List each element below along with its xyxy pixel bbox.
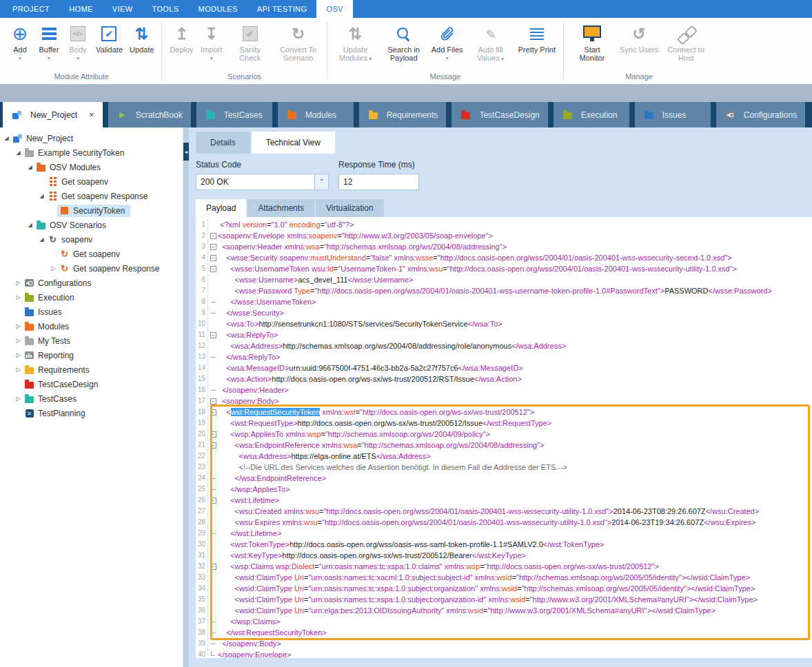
chevron-down-icon[interactable]: ˇ — [314, 174, 328, 189]
tree-item-soapenv[interactable]: ◢↻soapenv — [0, 232, 183, 247]
expander-icon[interactable]: ▷ — [14, 338, 22, 344]
tree-item-reporting[interactable]: ▷Reporting — [0, 348, 183, 362]
code-line[interactable]: 7 <wsse:Password Type="http://docs.oasis… — [196, 285, 812, 296]
fold-toggle-icon[interactable]: - — [210, 244, 216, 250]
tree-item-testplanning[interactable]: ≡TestPlanning — [0, 406, 183, 420]
menu-tab-modules[interactable]: MODULES — [189, 0, 247, 18]
code-line[interactable]: 28 <wsu:Expires xmlns:wsu="http://docs.o… — [196, 517, 812, 528]
code-line[interactable]: 14 <wsa:MessageID>urn:uuid:9667500f-4751… — [196, 362, 812, 373]
code-line[interactable]: 5- <wsse:UsernameToken wsu:Id="UsernameT… — [196, 263, 812, 274]
tree-item-testcases[interactable]: ▷TestCases — [0, 391, 183, 406]
fold-toggle-icon[interactable]: - — [210, 233, 216, 239]
code-line[interactable]: 31 <wst:KeyType>http://docs.oasis-open.o… — [196, 550, 812, 561]
tree-item-testcasedesign[interactable]: TestCaseDesign — [0, 377, 183, 391]
code-line[interactable]: 36 <wsid:ClaimType Uri="urn:elga:bes:201… — [196, 605, 812, 616]
code-line[interactable]: 9 </wsse:Security> — [196, 307, 812, 318]
expander-icon[interactable]: ▷ — [14, 294, 22, 300]
tree-item-execution[interactable]: ▷Execution — [0, 290, 183, 305]
buffer-button[interactable]: Buffer▾ — [34, 21, 63, 63]
document-tab-testcasedesign[interactable]: TestCaseDesign — [451, 102, 547, 127]
code-line[interactable]: 38 </wst:RequestSecurityToken> — [196, 627, 812, 638]
expander-icon[interactable]: ◢ — [14, 150, 22, 156]
tree-item-my-tests[interactable]: ▷My Tests — [0, 334, 183, 348]
expander-icon[interactable]: ◢ — [38, 193, 45, 199]
document-tab-configurations[interactable]: Configurations — [716, 102, 805, 127]
fold-toggle-icon[interactable]: - — [210, 442, 216, 449]
code-line[interactable]: 11- <wsa:ReplyTo> — [196, 329, 812, 340]
import-button[interactable]: ↧Import▾ — [197, 21, 226, 63]
code-line[interactable]: 17- <soapenv:Body> — [196, 396, 812, 407]
tab-details[interactable]: Details — [196, 132, 250, 154]
tree-item-issues[interactable]: Issues — [0, 305, 183, 319]
code-line[interactable]: 3- <soapenv:Header xmlns:wsa="http://sch… — [196, 241, 812, 252]
expander-icon[interactable]: ◢ — [3, 135, 10, 141]
code-line[interactable]: 8 </wsse:UsernameToken> — [196, 296, 812, 307]
deploy-button[interactable]: ↥Deploy — [166, 21, 196, 55]
validate-button[interactable]: ✔Validate — [92, 21, 126, 55]
payload-code-editor[interactable]: 1 <?xml version="1.0" encoding="utf-8"?>… — [196, 217, 812, 658]
expander-icon[interactable]: ◢ — [38, 236, 45, 243]
code-line[interactable]: 37 </wsp:Claims> — [196, 616, 812, 627]
sanity-check-button[interactable]: ✔Sanity Check — [226, 21, 274, 63]
tree-item-get-soapenv[interactable]: Get soapenv — [0, 174, 183, 189]
code-line[interactable]: 22 <wsa:Address>https://elga-online.at/E… — [196, 451, 812, 462]
fold-toggle-icon[interactable]: - — [210, 266, 216, 272]
document-tab-issues[interactable]: Issues — [635, 102, 711, 127]
code-line[interactable]: 27 <wsu:Created xmlns:wsu="http://docs.o… — [196, 506, 812, 517]
code-line[interactable]: 29 </wst:Lifetime> — [196, 528, 812, 539]
expander-icon[interactable]: ▷ — [14, 352, 22, 358]
code-line[interactable]: 35 <wsid:ClaimType Uri="urn:oasis:names:… — [196, 594, 812, 605]
tree-item-modules[interactable]: ▷Modules — [0, 319, 183, 334]
code-line[interactable]: 12 <wsa:Address>http://schemas.xmlsoap.o… — [196, 340, 812, 351]
fold-toggle-icon[interactable]: - — [210, 255, 216, 261]
body-button[interactable]: </>Body▾ — [63, 21, 92, 63]
update-button[interactable]: ⇅Update — [126, 21, 157, 55]
code-line[interactable]: 21- <wsa:EndpointReference xmlns:wsa="ht… — [196, 440, 812, 451]
document-tab-testcases[interactable]: TestCases — [196, 102, 272, 127]
tree-item-new-project[interactable]: ◢New_Project — [0, 131, 183, 145]
tree-item-configurations[interactable]: ▷Configurations — [0, 276, 183, 290]
code-line[interactable]: 19 <wst:RequestType>http://docs.oasis-op… — [196, 418, 812, 429]
tree-item-get-soapenv-response[interactable]: ▷↻Get soapenv Response — [0, 261, 183, 276]
tree-item-osv-scenarios[interactable]: ◢OSV Scenarios — [0, 218, 183, 232]
code-line[interactable]: 2-<soapenv:Envelope xmlns:soapenv="http:… — [196, 230, 812, 241]
code-line[interactable]: 23 <!--Die URL des Services welches die … — [196, 462, 812, 473]
tree-item-securitytoken[interactable]: SecurityToken — [0, 203, 183, 218]
tree-item-example-securitytoken[interactable]: ◢Example SecurityToken — [0, 145, 183, 160]
code-line[interactable]: 33 <wsid:ClaimType Uri="urn:oasis:names:… — [196, 572, 812, 583]
add-files-button[interactable]: Add Files▾ — [428, 21, 467, 63]
code-line[interactable]: 34 <wsid:ClaimType Uri="urn:oasis:names:… — [196, 583, 812, 594]
menu-tab-api-testing[interactable]: API TESTING — [247, 0, 317, 18]
tab-attachments[interactable]: Attachments — [247, 199, 314, 217]
fold-toggle-icon[interactable]: - — [210, 564, 216, 570]
code-line[interactable]: 25 </wsp:AppliesTo> — [196, 484, 812, 495]
document-tab-scratchbook[interactable]: ▶ScratchBook — [108, 102, 191, 127]
fold-toggle-icon[interactable]: - — [210, 332, 216, 338]
tab-virtualization[interactable]: Virtualization — [316, 199, 383, 217]
expander-icon[interactable]: ▷ — [14, 280, 22, 286]
code-line[interactable]: 40</soapenv:Envelope> — [196, 649, 812, 658]
menu-tab-view[interactable]: VIEW — [103, 0, 143, 18]
code-line[interactable]: 26- <wst:Lifetime> — [196, 495, 812, 506]
auto-fill-values-button[interactable]: ✐Auto fill Values ▾ — [467, 21, 515, 65]
update-modules-button[interactable]: ⇅Update Modules ▾ — [332, 21, 380, 65]
add-button[interactable]: ⊕Add▾ — [6, 21, 34, 63]
response-time-input[interactable] — [338, 174, 419, 190]
expander-icon[interactable]: ▷ — [14, 396, 22, 402]
fold-toggle-icon[interactable]: - — [210, 398, 216, 404]
tree-item-get-soapenv[interactable]: ↻Get soapenv — [0, 247, 183, 261]
convert-to-scenario-button[interactable]: ↻Convert To Scenario — [274, 21, 323, 63]
tree-item-osv-modules[interactable]: ◢OSV Modules — [0, 160, 183, 174]
code-line[interactable]: 24 </wsa:EndpointReference> — [196, 473, 812, 484]
fold-toggle-icon[interactable]: - — [210, 409, 216, 415]
code-line[interactable]: 1 <?xml version="1.0" encoding="utf-8"?> — [196, 219, 812, 230]
panel-splitter[interactable]: ◄ — [183, 127, 189, 667]
start-monitor-button[interactable]: Start Monitor — [568, 21, 616, 63]
menu-tab-project[interactable]: PROJECT — [3, 0, 59, 18]
expander-icon[interactable]: ◢ — [26, 222, 34, 228]
code-line[interactable]: 30 <wst:TokenType>http://docs.oasis-open… — [196, 539, 812, 550]
document-tab-modules[interactable]: Modules — [278, 102, 354, 127]
menu-tab-tools[interactable]: TOOLS — [142, 0, 188, 18]
code-line[interactable]: 6 <wsse:Username>acs_devel_111</wsse:Use… — [196, 274, 812, 285]
tab-payload[interactable]: Payload — [196, 199, 246, 217]
